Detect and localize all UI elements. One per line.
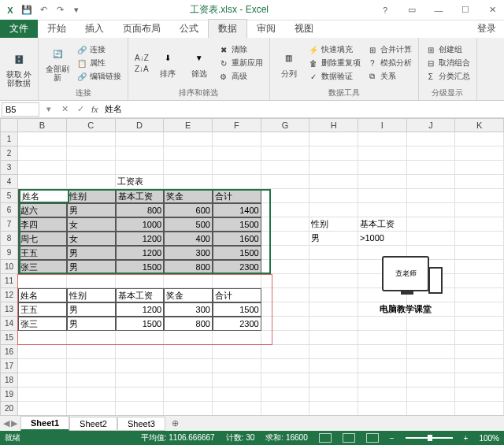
cell-D11[interactable] xyxy=(116,274,165,288)
whatif-button[interactable]: ?模拟分析 xyxy=(365,57,413,69)
cell-G4[interactable] xyxy=(261,175,310,189)
zoom-in-icon[interactable]: + xyxy=(464,434,469,443)
row-header-14[interactable]: 14 xyxy=(0,317,18,331)
cell-I1[interactable] xyxy=(358,132,407,146)
col-header-B[interactable]: B xyxy=(18,118,67,132)
cell-I14[interactable] xyxy=(358,317,407,331)
cell-H4[interactable] xyxy=(309,175,358,189)
row-header-10[interactable]: 10 xyxy=(0,260,18,274)
cell-F19[interactable] xyxy=(213,388,261,402)
cell-C19[interactable] xyxy=(67,388,116,402)
cell-G1[interactable] xyxy=(261,132,310,146)
cell-J2[interactable] xyxy=(407,146,456,161)
cell-G14[interactable] xyxy=(261,317,310,331)
cell-F7[interactable]: 1500 xyxy=(213,217,261,232)
cell-I7[interactable]: 基本工资 xyxy=(358,217,407,232)
cell-J5[interactable] xyxy=(407,189,456,203)
cell-H5[interactable] xyxy=(309,189,358,203)
sheet-tab-3[interactable]: Sheet3 xyxy=(117,417,165,431)
cell-C18[interactable] xyxy=(67,373,116,388)
new-sheet-button[interactable]: ⊕ xyxy=(165,417,185,430)
ribbon-options-icon[interactable]: ▭ xyxy=(402,2,422,18)
tab-home[interactable]: 开始 xyxy=(38,20,76,38)
cell-H10[interactable] xyxy=(309,260,358,274)
refresh-all-button[interactable]: 🔄 全部刷新 xyxy=(43,44,72,82)
row-header-20[interactable]: 20 xyxy=(0,402,18,415)
cell-B15[interactable] xyxy=(18,331,67,345)
cell-G19[interactable] xyxy=(261,388,310,402)
cell-I18[interactable] xyxy=(358,373,407,388)
cell-C12[interactable]: 性别 xyxy=(67,288,116,302)
undo-icon[interactable]: ↶ xyxy=(36,3,50,17)
formula-input[interactable]: 姓名 xyxy=(102,102,504,117)
cell-J14[interactable] xyxy=(407,317,456,331)
cell-G18[interactable] xyxy=(261,373,310,388)
tab-review[interactable]: 审阅 xyxy=(247,20,285,38)
zoom-out-icon[interactable]: − xyxy=(390,434,395,443)
tab-formulas[interactable]: 公式 xyxy=(170,20,208,38)
cell-C15[interactable] xyxy=(67,331,116,345)
cell-I16[interactable] xyxy=(358,345,407,359)
cell-F4[interactable] xyxy=(213,175,261,189)
cell-H17[interactable] xyxy=(309,359,358,373)
cell-G16[interactable] xyxy=(261,345,310,359)
cell-B1[interactable] xyxy=(18,132,67,146)
cell-F8[interactable]: 1600 xyxy=(213,232,261,246)
cell-K9[interactable] xyxy=(455,246,504,260)
cell-I17[interactable] xyxy=(358,359,407,373)
cell-C2[interactable] xyxy=(67,146,116,161)
cell-B11[interactable] xyxy=(18,274,67,288)
cell-K7[interactable] xyxy=(455,217,504,232)
flash-fill-button[interactable]: ⚡快速填充 xyxy=(306,43,362,56)
row-header-5[interactable]: 5 xyxy=(0,189,18,203)
cell-D9[interactable]: 1200 xyxy=(116,246,165,260)
cell-G5[interactable] xyxy=(261,189,310,203)
cell-F18[interactable] xyxy=(213,373,261,388)
cell-D15[interactable] xyxy=(116,331,165,345)
cell-E4[interactable] xyxy=(164,175,213,189)
tab-view[interactable]: 视图 xyxy=(285,20,323,38)
cell-H8[interactable]: 男 xyxy=(309,232,358,246)
row-header-13[interactable]: 13 xyxy=(0,302,18,317)
cell-E13[interactable]: 300 xyxy=(164,302,213,317)
cell-K4[interactable] xyxy=(455,175,504,189)
cell-D1[interactable] xyxy=(116,132,165,146)
cell-G20[interactable] xyxy=(261,402,310,415)
relationships-button[interactable]: ⧉关系 xyxy=(365,70,413,83)
cell-F6[interactable]: 1400 xyxy=(213,203,261,217)
cell-G13[interactable] xyxy=(261,302,310,317)
col-header-I[interactable]: I xyxy=(358,118,407,132)
row-header-6[interactable]: 6 xyxy=(0,203,18,217)
cell-D13[interactable]: 1200 xyxy=(116,302,165,317)
cell-E18[interactable] xyxy=(164,373,213,388)
cell-C7[interactable]: 女 xyxy=(67,217,116,232)
zoom-level[interactable]: 100% xyxy=(479,434,499,443)
row-header-11[interactable]: 11 xyxy=(0,274,18,288)
row-header-4[interactable]: 4 xyxy=(0,175,18,189)
cell-I3[interactable] xyxy=(358,161,407,175)
cell-B2[interactable] xyxy=(18,146,67,161)
close-icon[interactable]: ✕ xyxy=(482,2,502,18)
cell-D12[interactable]: 基本工资 xyxy=(116,288,165,302)
cell-D3[interactable] xyxy=(116,161,165,175)
cell-K3[interactable] xyxy=(455,161,504,175)
sheet-nav-prev-icon[interactable]: ◀ xyxy=(3,418,9,428)
cell-H6[interactable] xyxy=(309,203,358,217)
row-header-16[interactable]: 16 xyxy=(0,345,18,359)
cell-K20[interactable] xyxy=(455,402,504,415)
cell-G9[interactable] xyxy=(261,246,310,260)
row-header-19[interactable]: 19 xyxy=(0,388,18,402)
cell-K5[interactable] xyxy=(455,189,504,203)
advanced-button[interactable]: ⚙高级 xyxy=(217,70,265,83)
row-header-3[interactable]: 3 xyxy=(0,161,18,175)
filter-button[interactable]: ▼ 筛选 xyxy=(185,49,213,78)
cell-G15[interactable] xyxy=(261,331,310,345)
cell-C16[interactable] xyxy=(67,345,116,359)
cell-J8[interactable] xyxy=(407,232,456,246)
cell-B17[interactable] xyxy=(18,359,67,373)
cell-D5[interactable]: 基本工资 xyxy=(116,189,165,203)
cell-B16[interactable] xyxy=(18,345,67,359)
cell-G6[interactable] xyxy=(261,203,310,217)
group-button[interactable]: ⊞创建组 xyxy=(424,43,472,56)
cell-I6[interactable] xyxy=(358,203,407,217)
